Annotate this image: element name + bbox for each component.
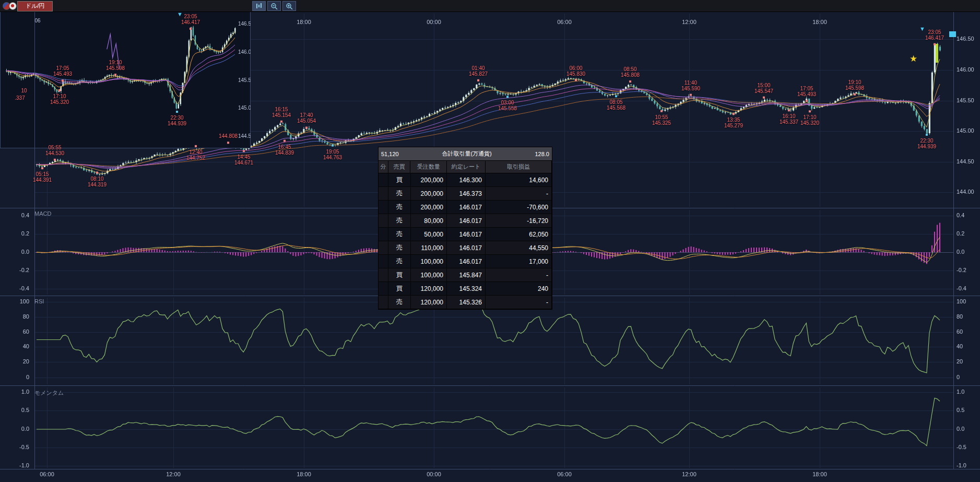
table-cell <box>379 268 388 281</box>
table-cell: 100,000 <box>411 268 447 281</box>
table-cell: 145.847 <box>447 268 486 281</box>
table-cell: 14,600 <box>486 173 552 186</box>
table-row[interactable]: 売200,000146.017-70,600 <box>379 201 552 214</box>
table-column-header[interactable]: 受注数量 <box>410 161 446 173</box>
table-cell: 200,000 <box>411 201 447 214</box>
table-row[interactable]: 買100,000145.847- <box>379 268 552 282</box>
table-cell: 80,000 <box>411 214 447 227</box>
candlestick-chart-button[interactable] <box>252 1 266 11</box>
table-cell: 売 <box>388 214 411 227</box>
table-row[interactable]: 買120,000145.324240 <box>379 282 552 296</box>
table-cell <box>379 201 388 214</box>
table-cell: 買 <box>388 282 411 295</box>
table-cell: 44,550 <box>486 241 552 254</box>
table-cell: 146.017 <box>447 241 486 254</box>
table-cell: 買 <box>388 173 411 186</box>
table-cell <box>379 214 388 227</box>
table-column-header[interactable]: 売買 <box>388 161 411 173</box>
table-cell: -70,600 <box>486 201 552 214</box>
table-cell: -16,720 <box>486 214 552 227</box>
table-cell: 146.017 <box>447 228 486 241</box>
table-cell: 146.300 <box>447 173 486 186</box>
table-cell: 146.017 <box>447 201 486 214</box>
table-cell: - <box>486 268 552 281</box>
japan-flag-icon <box>9 2 17 10</box>
table-row[interactable]: 売50,000146.01762,050 <box>379 228 552 241</box>
table-row[interactable]: 売80,000146.017-16,720 <box>379 214 552 228</box>
table-row[interactable]: 売100,000146.01717,000 <box>379 255 552 268</box>
table-cell: 146.017 <box>447 255 486 268</box>
rsi-panel-title: RSI <box>34 298 44 304</box>
pair-tab[interactable]: ドル/円 <box>17 1 53 11</box>
table-row[interactable]: 売120,000145.326- <box>379 296 552 309</box>
table-cell: - <box>486 296 552 309</box>
trade-table-header: 分売買受注数量約定レート取引損益 <box>379 161 552 173</box>
table-cell: 200,000 <box>411 187 447 200</box>
pair-tab-label: ドル/円 <box>26 3 45 9</box>
table-cell: 146.017 <box>447 214 486 227</box>
table-cell: 120,000 <box>411 282 447 295</box>
table-column-header[interactable]: 分 <box>379 161 388 173</box>
table-cell <box>379 282 388 295</box>
table-cell: 売 <box>388 228 411 241</box>
table-cell: 買 <box>388 268 411 281</box>
table-row[interactable]: 売200,000146.373- <box>379 187 552 201</box>
table-cell: - <box>486 187 552 200</box>
trade-table-body: 買200,000146.30014,600売200,000146.373-売20… <box>379 173 552 309</box>
trade-history-panel: 51,120 合計取引量(万通貨) 128.0 分売買受注数量約定レート取引損益… <box>378 147 552 310</box>
zoom-out-button[interactable] <box>267 1 281 11</box>
table-cell <box>379 296 388 309</box>
table-cell: 売 <box>388 241 411 254</box>
table-row[interactable]: 売110,000146.01744,550 <box>379 241 552 255</box>
table-column-header[interactable]: 取引損益 <box>486 161 552 173</box>
table-cell <box>379 255 388 268</box>
table-cell: 売 <box>388 296 411 309</box>
trade-summary-bar: 51,120 合計取引量(万通貨) 128.0 <box>379 147 552 161</box>
table-cell: 110,000 <box>411 241 447 254</box>
summary-right-value: 128.0 <box>535 151 549 157</box>
table-cell: 売 <box>388 187 411 200</box>
chart-toolbar <box>252 1 296 11</box>
table-cell: 17,000 <box>486 255 552 268</box>
macd-panel-title: MACD <box>34 210 51 217</box>
table-cell: 売 <box>388 255 411 268</box>
table-column-header[interactable]: 約定レート <box>447 161 486 173</box>
summary-title: 合計取引量(万通貨) <box>442 150 491 158</box>
table-cell: 146.373 <box>447 187 486 200</box>
table-row[interactable]: 買200,000146.30014,600 <box>379 173 552 187</box>
table-cell: 62,050 <box>486 228 552 241</box>
table-cell <box>379 187 388 200</box>
table-cell: 120,000 <box>411 296 447 309</box>
table-cell: 145.324 <box>447 282 486 295</box>
table-cell <box>379 241 388 254</box>
window-titlebar <box>0 0 980 12</box>
table-cell: 100,000 <box>411 255 447 268</box>
table-cell: 145.326 <box>447 296 486 309</box>
total-volume-value: 51,120 <box>381 151 399 157</box>
table-cell: 200,000 <box>411 173 447 186</box>
table-cell: 50,000 <box>411 228 447 241</box>
momentum-panel-title: モメンタム <box>34 389 64 397</box>
table-cell <box>379 173 388 186</box>
table-cell: 売 <box>388 201 411 214</box>
table-cell: 240 <box>486 282 552 295</box>
table-cell <box>379 228 388 241</box>
zoom-in-button[interactable] <box>282 1 296 11</box>
